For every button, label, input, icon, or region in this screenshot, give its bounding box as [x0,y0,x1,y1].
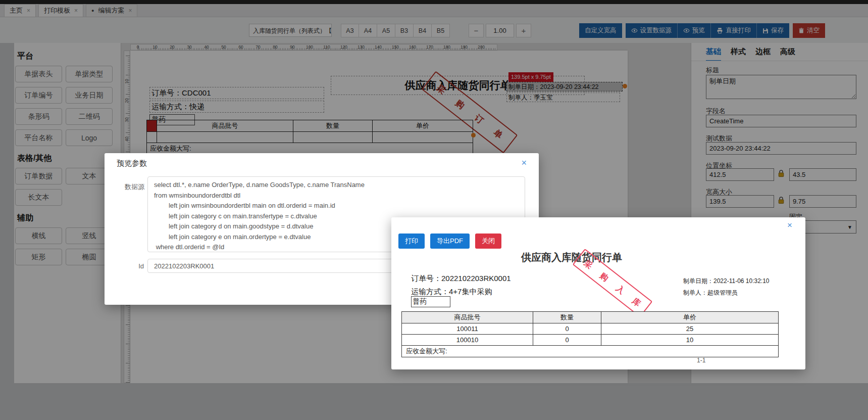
preview-table-row: 100011025 [402,323,778,335]
print-button[interactable]: 打印 [398,234,425,249]
preview-table-cell: 10 [601,335,778,346]
preview-doc-title: 供应商入库随货同行单 [501,251,642,264]
datasource-label: 数据源 [121,182,144,192]
preview-table-header-cell: 单价 [601,312,778,323]
close-preview-button[interactable]: 关闭 [475,234,501,249]
preview-table-cell: 100011 [402,323,533,335]
id-label: Id [129,262,144,270]
print-preview-modal: × 打印 导出PDF 关闭 供应商入库随货同行单 订单号：2022102203R… [391,217,805,369]
preview-table-footer-cell: 应收金额大写: [402,346,778,357]
preview-table-header-cell: 商品批号 [402,312,533,323]
preview-table-header-row: 商品批号数量单价 [402,312,778,323]
preview-maker: 制单人：超级管理员 [683,289,738,297]
preview-order-no: 订单号：2022102203RK0001 [411,274,511,284]
preview-drug-type: 普药 [411,296,450,307]
export-pdf-button[interactable]: 导出PDF [430,234,470,249]
app-root: 主页 × 打印模板 × ● 编辑方案 × 入库随货同行单（列表式）【带 A3A4… [0,0,868,420]
preview-table-cell: 0 [533,323,601,335]
close-icon[interactable]: × [787,221,792,230]
page-indicator: 1-1 [697,357,705,364]
close-icon[interactable]: × [521,158,527,167]
preview-params-title: 预览参数 [117,159,147,168]
preview-table-header-cell: 数量 [533,312,601,323]
preview-make-date: 制单日期：2022-11-06 10:32:10 [683,277,770,286]
preview-table-footer-row: 应收金额大写: [402,346,778,357]
preview-table-cell: 100010 [402,335,533,346]
print-preview-actions: 打印 导出PDF 关闭 [398,234,501,249]
preview-table-row: 100010010 [402,335,778,346]
preview-table-cell: 25 [601,323,778,335]
preview-table-cell: 0 [533,335,601,346]
preview-transport: 运输方式：4+7集中采购 [411,287,492,297]
preview-table: 商品批号数量单价100011025100010010应收金额大写: [401,311,779,357]
